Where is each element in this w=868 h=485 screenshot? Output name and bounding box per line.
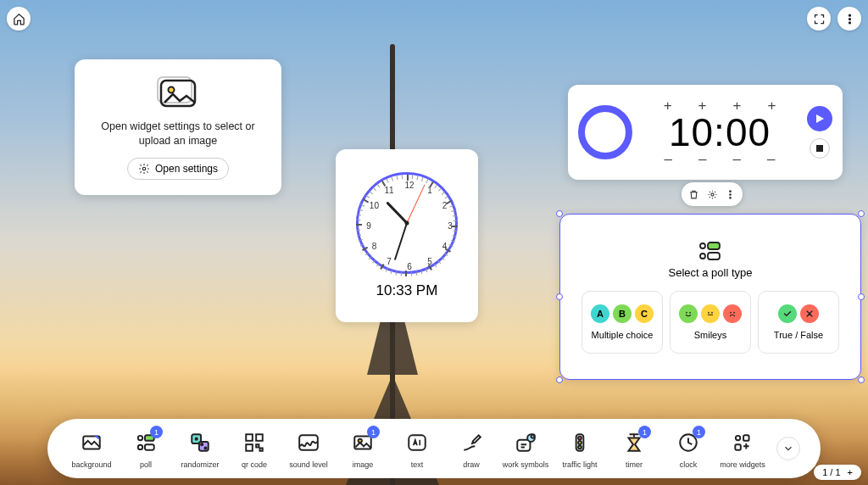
poll-icon — [698, 241, 723, 261]
toolbar-collapse-button[interactable] — [776, 437, 800, 460]
image-widget-message: Open widget settings to select or upload… — [88, 120, 268, 149]
tool-work[interactable]: work symbols — [502, 427, 549, 470]
svg-point-6 — [142, 167, 146, 170]
poll-option-2[interactable]: True / False — [758, 291, 839, 354]
tool-timer[interactable]: timer1 — [610, 427, 658, 470]
tool-draw[interactable]: draw — [448, 427, 495, 470]
tool-label: randomizer — [181, 461, 219, 470]
clock-widget[interactable]: 121234567891011 10:33 PM — [336, 149, 478, 322]
svg-point-43 — [578, 441, 581, 444]
poll-option-label: Multiple choice — [592, 330, 654, 340]
svg-point-8 — [730, 190, 732, 192]
more-icon — [843, 13, 856, 25]
svg-rect-32 — [256, 434, 263, 441]
svg-point-7 — [710, 192, 713, 195]
tool-label: draw — [463, 461, 480, 470]
poll-option-1[interactable]: Smileys — [670, 291, 751, 354]
play-icon — [815, 114, 825, 124]
gear-icon — [138, 163, 150, 175]
tool-badge: 1 — [638, 426, 651, 438]
svg-rect-33 — [246, 444, 253, 451]
tool-image[interactable]: image1 — [339, 427, 387, 470]
selection-handle[interactable] — [858, 210, 865, 217]
svg-rect-48 — [735, 444, 741, 450]
image-widget[interactable]: Open widget settings to select or upload… — [75, 59, 281, 195]
svg-point-17 — [708, 311, 709, 313]
poll-title: Select a poll type — [668, 266, 752, 279]
tool-randomizer[interactable]: randomizer — [176, 427, 224, 470]
mark-cross — [800, 304, 819, 323]
work-icon — [515, 432, 537, 454]
timer-ring — [578, 105, 632, 159]
svg-point-20 — [733, 311, 735, 313]
more-vertical-icon — [725, 189, 736, 200]
svg-rect-31 — [246, 434, 253, 441]
svg-rect-38 — [517, 440, 530, 451]
svg-point-42 — [578, 437, 581, 440]
svg-point-22 — [138, 436, 142, 440]
tool-label: more widgets — [720, 461, 765, 470]
widget-settings-button[interactable] — [706, 188, 719, 201]
home-button[interactable] — [7, 7, 31, 31]
tool-label: traffic light — [563, 461, 598, 470]
gear-icon — [707, 189, 718, 200]
svg-point-44 — [578, 446, 581, 449]
timer-widget[interactable]: + + + + 10:00 – – – – — [568, 85, 843, 180]
text-icon — [406, 432, 428, 454]
tool-text[interactable]: text — [393, 427, 441, 470]
delete-widget-button[interactable] — [687, 188, 700, 201]
smiley-happy — [679, 304, 698, 323]
svg-point-28 — [196, 438, 198, 440]
tool-qrcode[interactable]: qr code — [231, 427, 278, 470]
poll-letter: C — [635, 304, 654, 323]
fullscreen-button[interactable] — [807, 7, 831, 31]
clock-time-label: 10:33 PM — [376, 282, 438, 299]
timer-minus-3[interactable]: – — [733, 152, 741, 166]
draw-icon — [460, 432, 482, 454]
poll-option-label: True / False — [774, 330, 823, 340]
svg-point-24 — [138, 445, 142, 449]
open-settings-button[interactable]: Open settings — [127, 158, 229, 180]
tool-badge: 1 — [693, 426, 705, 438]
poll-option-0[interactable]: ABCMultiple choice — [581, 291, 663, 354]
svg-rect-37 — [409, 435, 426, 449]
selection-handle[interactable] — [556, 293, 563, 300]
timer-minus-1[interactable]: – — [665, 152, 672, 166]
tool-morew[interactable]: more widgets — [719, 427, 766, 470]
svg-point-11 — [700, 243, 705, 248]
svg-point-1 — [849, 18, 850, 20]
timer-minus-4[interactable]: – — [767, 152, 775, 166]
widget-toolbar: backgroundpoll1randomizerqr codesound le… — [47, 419, 821, 478]
smiley-neutral — [701, 304, 720, 323]
poll-option-label: Smileys — [694, 330, 727, 340]
svg-point-16 — [689, 311, 691, 313]
tool-poll[interactable]: poll1 — [122, 427, 170, 470]
svg-point-30 — [204, 448, 206, 449]
selection-handle[interactable] — [556, 376, 563, 383]
selection-handle[interactable] — [858, 376, 865, 383]
clock-number: 10 — [370, 201, 379, 210]
home-icon — [13, 13, 25, 25]
clock-number: 9 — [366, 221, 371, 231]
more-button[interactable] — [837, 7, 861, 31]
tool-sound[interactable]: sound level — [285, 427, 332, 470]
add-page-button[interactable]: + — [848, 467, 853, 477]
svg-point-19 — [730, 311, 732, 313]
tool-clock[interactable]: clock1 — [665, 427, 712, 470]
tool-traffic[interactable]: traffic light — [556, 427, 604, 470]
poll-widget[interactable]: Select a poll type ABCMultiple choiceSmi… — [559, 214, 861, 380]
poll-letter: A — [591, 304, 609, 323]
selection-handle[interactable] — [858, 293, 865, 300]
timer-minus-2[interactable]: – — [698, 152, 706, 166]
svg-rect-35 — [354, 437, 371, 449]
timer-stop-button[interactable] — [810, 138, 830, 159]
timer-play-button[interactable] — [807, 106, 832, 131]
svg-point-4 — [169, 86, 175, 92]
poll-letter: B — [613, 304, 632, 323]
selection-handle[interactable] — [556, 210, 563, 217]
tool-label: sound level — [289, 461, 328, 470]
tool-label: qr code — [242, 461, 267, 470]
randomizer-icon — [189, 432, 211, 454]
tool-background[interactable]: background — [68, 427, 115, 470]
widget-more-button[interactable] — [724, 188, 737, 201]
